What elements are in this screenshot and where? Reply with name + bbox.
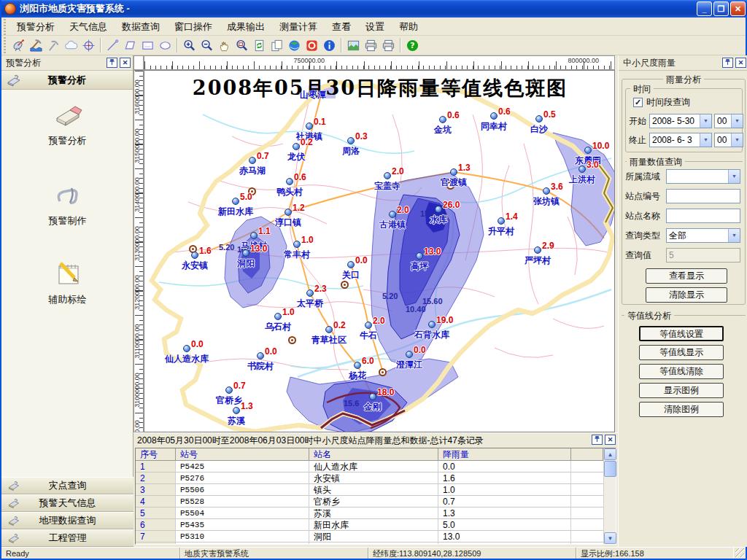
menubar-grip[interactable] bbox=[1, 18, 8, 35]
contour-button-4[interactable]: 显示图例 bbox=[639, 383, 724, 398]
menu-item-4[interactable]: 窗口操作 bbox=[167, 18, 220, 36]
sidebar-section-1[interactable]: 灾点查询 bbox=[1, 477, 133, 494]
pin-icon[interactable] bbox=[107, 58, 117, 68]
pick-tool-button[interactable] bbox=[44, 37, 62, 54]
ellipse-tool-button[interactable] bbox=[156, 37, 174, 54]
station-name: 牛石 bbox=[333, 330, 403, 342]
query-type-select[interactable]: 全部 ▼ bbox=[666, 228, 740, 243]
start-hour-picker[interactable]: 00 ▼ bbox=[714, 114, 743, 128]
map-image-button[interactable] bbox=[344, 37, 362, 54]
close-button[interactable]: ✕ bbox=[730, 1, 746, 16]
contour-button-2[interactable]: 等值线显示 bbox=[639, 345, 724, 360]
close-icon[interactable]: ✕ bbox=[735, 58, 746, 68]
chevron-down-icon[interactable]: ▼ bbox=[731, 114, 743, 128]
group-label: 雨量数值查询 bbox=[627, 156, 685, 168]
scroll-up-icon[interactable]: ▲ bbox=[604, 448, 616, 460]
table-row[interactable]: 2P5276永安镇1.6 bbox=[136, 472, 603, 484]
contour-button-1[interactable]: 等值线设置 bbox=[639, 326, 724, 341]
crosshair-tool-button[interactable] bbox=[80, 37, 97, 54]
table-row[interactable]: 4P5528官桥乡0.7 bbox=[136, 496, 603, 508]
minimize-button[interactable]: _ bbox=[697, 1, 712, 16]
close-icon[interactable]: ✕ bbox=[120, 58, 131, 68]
end-hour-picker[interactable]: 00 ▼ bbox=[714, 133, 743, 147]
print-setup-button[interactable] bbox=[379, 37, 397, 54]
left-panel-header[interactable]: 预警分析 bbox=[1, 71, 133, 90]
table-row[interactable]: 7P5310洞阳13.0 bbox=[136, 531, 603, 542]
print-button[interactable] bbox=[362, 37, 379, 54]
zoom-out-button[interactable] bbox=[198, 37, 215, 54]
table-row[interactable]: 5P5504苏溪1.3 bbox=[136, 508, 603, 519]
stop-button[interactable] bbox=[303, 37, 320, 54]
table-panel: 2008年05月30日00时至2008年06月03日00时中小尺度站点降雨量总和… bbox=[133, 432, 618, 547]
chevron-down-icon[interactable]: ▼ bbox=[728, 170, 740, 183]
menu-item-6[interactable]: 测量计算 bbox=[272, 18, 325, 36]
line-tool-button[interactable] bbox=[104, 37, 121, 54]
copy-layers-button[interactable] bbox=[268, 37, 285, 54]
sidebar-item-2[interactable]: 预警制作 bbox=[1, 178, 133, 228]
help-button[interactable]: ? bbox=[403, 37, 421, 54]
start-date-picker[interactable]: 2008- 5-30 ▼ bbox=[649, 114, 712, 128]
sidebar-section-2[interactable]: 预警天气信息 bbox=[1, 494, 133, 512]
info-button[interactable] bbox=[320, 37, 338, 54]
clear-display-button[interactable]: 清除显示 bbox=[646, 287, 727, 303]
place-label: 山枣潭 bbox=[300, 89, 326, 101]
globe-button[interactable] bbox=[285, 37, 303, 54]
zoom-window-button[interactable] bbox=[233, 37, 250, 54]
table-cell: 3 bbox=[136, 484, 176, 495]
table-row[interactable]: 6P5435新田水库5.0 bbox=[136, 519, 603, 531]
cloud-tool-button[interactable] bbox=[62, 37, 80, 54]
menu-item-3[interactable]: 数据查询 bbox=[115, 18, 167, 36]
sidebar-item-3[interactable]: 辅助标绘 bbox=[1, 257, 133, 306]
toolbar-grip[interactable] bbox=[1, 36, 8, 55]
zoom-in-icon bbox=[182, 39, 196, 52]
table-scrollbar[interactable]: ▲ ▼ bbox=[603, 448, 616, 544]
menu-item-1[interactable]: 预警分析 bbox=[9, 18, 62, 36]
rectangle-tool-button[interactable] bbox=[139, 37, 156, 54]
chevron-down-icon[interactable]: ▼ bbox=[700, 133, 711, 147]
chevron-down-icon[interactable]: ▼ bbox=[728, 229, 740, 242]
refresh-page-button[interactable] bbox=[250, 37, 268, 54]
time-range-checkbox[interactable]: ✓ bbox=[633, 98, 643, 107]
terrain-tool-button[interactable] bbox=[27, 37, 44, 54]
station-no-input[interactable] bbox=[666, 189, 740, 203]
menu-item-9[interactable]: 帮助 bbox=[392, 18, 425, 36]
sidebar-item-1[interactable]: 预警分析 bbox=[1, 98, 133, 147]
table-row[interactable]: 1P5425仙人造水库0.0 bbox=[136, 461, 603, 472]
table-row[interactable]: 3P5506镇头1.0 bbox=[136, 484, 603, 496]
map-canvas[interactable]: 2008年05月30日降雨量等值线色斑图 5.2010.4015.65.2015… bbox=[144, 70, 615, 432]
satellite-dish-button[interactable] bbox=[9, 37, 27, 54]
station-no-label: 站点编号 bbox=[625, 190, 666, 203]
show-display-button[interactable]: 查看显示 bbox=[646, 268, 727, 284]
satellite-dish-icon bbox=[12, 39, 26, 52]
pin-icon[interactable] bbox=[722, 58, 733, 68]
station-value: 0.6 bbox=[498, 106, 511, 117]
station-marker-icon bbox=[543, 187, 550, 195]
menu-item-5[interactable]: 成果输出 bbox=[220, 18, 272, 36]
column-header: 站号 bbox=[176, 448, 309, 460]
zoom-in-button[interactable] bbox=[180, 37, 198, 54]
menu-item-8[interactable]: 设置 bbox=[358, 18, 392, 36]
menu-item-2[interactable]: 天气信息 bbox=[62, 18, 115, 36]
chevron-down-icon[interactable]: ▼ bbox=[731, 133, 743, 147]
scroll-down-icon[interactable]: ▼ bbox=[604, 532, 616, 544]
close-icon[interactable]: ✕ bbox=[605, 435, 616, 445]
table-cell: P5504 bbox=[176, 508, 309, 518]
contour-button-5[interactable]: 清除图例 bbox=[639, 402, 724, 417]
menu-item-7[interactable]: 查看 bbox=[325, 18, 358, 36]
restore-button[interactable]: ❐ bbox=[713, 1, 729, 16]
pan-hand-button[interactable] bbox=[215, 37, 233, 54]
end-date-picker[interactable]: 2008- 6- 3 ▼ bbox=[649, 133, 712, 147]
station-name: 张坊镇 bbox=[511, 195, 581, 208]
pin-icon[interactable] bbox=[592, 435, 603, 445]
basin-select[interactable]: ▼ bbox=[666, 169, 740, 184]
polygon-tool-button[interactable] bbox=[121, 37, 139, 54]
table-row[interactable]: 8P5311马战村1.1 bbox=[136, 542, 603, 544]
contour-button-3[interactable]: 等值线清除 bbox=[639, 364, 724, 379]
sidebar-section-4[interactable]: 工程管理 bbox=[1, 529, 133, 547]
station-name: 龙伏 bbox=[261, 151, 331, 163]
station-name-input[interactable] bbox=[666, 209, 740, 223]
resize-grip[interactable] bbox=[735, 548, 744, 557]
scroll-thumb[interactable] bbox=[604, 461, 616, 477]
sidebar-section-3[interactable]: 地理数据查询 bbox=[1, 512, 133, 529]
chevron-down-icon[interactable]: ▼ bbox=[700, 114, 711, 128]
